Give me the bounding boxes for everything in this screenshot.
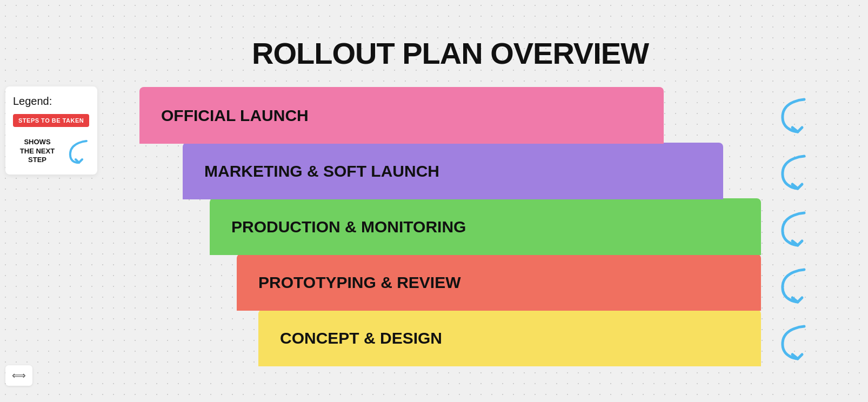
legend-title: Legend:	[13, 95, 90, 108]
step-row-4: PROTOTYPING & REVIEW	[139, 254, 761, 311]
page-title: ROLLOUT PLAN OVERVIEW	[252, 36, 649, 71]
next-step-arrow-3	[777, 200, 810, 257]
page-container: Legend: STEPS TO BE TAKEN SHOWS THE NEXT…	[0, 0, 868, 402]
main-content: ROLLOUT PLAN OVERVIEW OFFICIAL LAUNCH MA…	[139, 36, 761, 366]
step-label-4: PROTOTYPING & REVIEW	[258, 273, 461, 292]
step-label-3: PRODUCTION & MONITORING	[231, 218, 466, 236]
step-bar-2: MARKETING & SOFT LAUNCH	[183, 143, 723, 199]
next-step-arrow-4	[777, 257, 810, 314]
legend-badge: STEPS TO BE TAKEN	[13, 114, 89, 127]
resize-icon: ⟺	[12, 370, 26, 381]
step-bar-4: PROTOTYPING & REVIEW	[237, 254, 761, 311]
step-label-5: CONCEPT & DESIGN	[280, 329, 442, 347]
step-row-2: MARKETING & SOFT LAUNCH	[139, 143, 761, 199]
legend-panel: Legend: STEPS TO BE TAKEN SHOWS THE NEXT…	[5, 86, 97, 175]
step-bar-3: PRODUCTION & MONITORING	[210, 198, 761, 255]
step-label-2: MARKETING & SOFT LAUNCH	[204, 162, 439, 180]
next-step-arrow-1	[777, 87, 810, 144]
next-step-arrow-2	[777, 144, 810, 200]
legend-arrow-text: SHOWS THE NEXT STEP	[13, 138, 62, 165]
arrows-column	[777, 87, 810, 371]
step-row-5: CONCEPT & DESIGN	[139, 310, 761, 366]
step-bar-1: OFFICIAL LAUNCH	[139, 87, 664, 144]
step-bar-5: CONCEPT & DESIGN	[258, 310, 761, 366]
step-row-1: OFFICIAL LAUNCH	[139, 87, 761, 144]
step-row-3: PRODUCTION & MONITORING	[139, 198, 761, 255]
step-label-1: OFFICIAL LAUNCH	[161, 106, 309, 125]
staircase-container: OFFICIAL LAUNCH MARKETING & SOFT LAUNCH …	[139, 87, 761, 366]
next-step-arrow-5	[777, 314, 810, 371]
resize-handle[interactable]: ⟺	[5, 365, 32, 386]
legend-curved-arrow-icon	[66, 137, 90, 166]
legend-arrow-section: SHOWS THE NEXT STEP	[13, 137, 90, 166]
